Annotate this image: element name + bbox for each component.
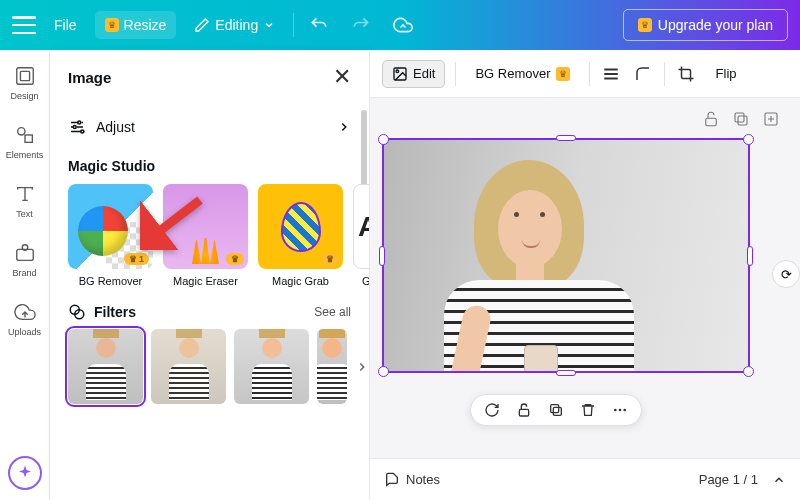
- sparkle-icon: [16, 464, 34, 482]
- bg-remover-button[interactable]: BG Remover ♛: [466, 61, 578, 86]
- svg-rect-18: [553, 407, 561, 415]
- resize-button[interactable]: ♛ Resize: [95, 11, 177, 39]
- crop-icon[interactable]: [675, 63, 697, 85]
- more-icon[interactable]: [611, 401, 629, 419]
- copy-icon[interactable]: [547, 401, 565, 419]
- crown-badge: ♛ 1: [124, 253, 149, 265]
- sidebar-item-label: Brand: [12, 268, 36, 278]
- card-label: Magic Eraser: [163, 275, 248, 287]
- svg-line-23: [148, 200, 200, 240]
- upgrade-label: Upgrade your plan: [658, 17, 773, 33]
- crown-icon: ♛: [556, 67, 570, 81]
- svg-rect-4: [16, 249, 33, 260]
- svg-rect-19: [551, 405, 559, 413]
- bg-remover-label: BG Remover: [475, 66, 550, 81]
- menu-icon[interactable]: [12, 16, 36, 34]
- photo-content: [384, 140, 748, 371]
- sync-icon[interactable]: ⟳: [772, 260, 800, 288]
- upgrade-button[interactable]: ♛ Upgrade your plan: [623, 9, 788, 41]
- sidebar-item-uploads[interactable]: Uploads: [0, 296, 49, 341]
- svg-point-6: [78, 121, 81, 124]
- magic-sparkle-button[interactable]: [8, 456, 42, 490]
- sidebar-item-label: Elements: [6, 150, 44, 160]
- shapes-icon: [13, 123, 37, 147]
- notes-button[interactable]: Notes: [384, 472, 440, 488]
- bottom-bar: Notes Page 1 / 1: [370, 458, 800, 500]
- filters-icon: [68, 303, 86, 321]
- panel-title: Image: [68, 69, 111, 86]
- resize-handle[interactable]: [378, 366, 389, 377]
- sliders-icon: [68, 118, 86, 136]
- resize-handle[interactable]: [747, 246, 753, 266]
- text-icon: [13, 182, 37, 206]
- svg-rect-17: [519, 409, 528, 416]
- page-controls: [702, 110, 780, 128]
- corner-icon[interactable]: [632, 63, 654, 85]
- adjust-row[interactable]: Adjust: [50, 104, 369, 150]
- sidebar-item-label: Text: [16, 209, 33, 219]
- magic-card-partial[interactable]: A Gr: [353, 184, 369, 287]
- svg-rect-0: [16, 68, 33, 85]
- card-label: Gr: [353, 275, 369, 287]
- svg-point-7: [73, 126, 76, 129]
- image-icon: [392, 66, 408, 82]
- notes-label: Notes: [406, 472, 440, 487]
- filters-next-icon[interactable]: [355, 360, 369, 374]
- sidebar-item-elements[interactable]: Elements: [0, 119, 49, 164]
- resize-handle[interactable]: [378, 134, 389, 145]
- scrollbar[interactable]: [361, 110, 367, 190]
- edit-image-button[interactable]: Edit: [382, 60, 445, 88]
- resize-handle[interactable]: [556, 370, 576, 376]
- crown-icon: ♛: [638, 18, 652, 32]
- filter-thumb[interactable]: [234, 329, 309, 404]
- resize-handle[interactable]: [743, 366, 754, 377]
- see-all-button[interactable]: See all: [314, 305, 351, 319]
- svg-rect-1: [20, 71, 29, 80]
- top-toolbar: File ♛ Resize Editing ♛ Upgrade your pla…: [0, 0, 800, 50]
- file-menu[interactable]: File: [44, 11, 87, 39]
- close-panel-button[interactable]: ✕: [333, 64, 351, 90]
- resize-handle[interactable]: [379, 246, 385, 266]
- undo-icon[interactable]: [308, 14, 330, 36]
- upload-icon: [13, 300, 37, 324]
- duplicate-icon[interactable]: [732, 110, 750, 128]
- svg-point-2: [17, 128, 24, 135]
- editing-label: Editing: [215, 17, 258, 33]
- template-icon: [13, 64, 37, 88]
- flip-button[interactable]: Flip: [707, 61, 746, 86]
- magic-grab-card[interactable]: ♛ Magic Grab: [258, 184, 343, 287]
- trash-icon[interactable]: [579, 401, 597, 419]
- svg-point-12: [396, 70, 399, 73]
- sidebar-item-text[interactable]: Text: [0, 178, 49, 223]
- chevron-right-icon: [337, 120, 351, 134]
- svg-point-21: [619, 409, 622, 412]
- floating-toolbar: [470, 394, 642, 426]
- svg-rect-15: [735, 113, 744, 122]
- filter-thumb-none[interactable]: [68, 329, 143, 404]
- editing-dropdown[interactable]: Editing: [184, 11, 285, 39]
- crown-badge: ♛: [321, 253, 339, 265]
- selected-image-frame[interactable]: [382, 138, 750, 373]
- filter-thumb[interactable]: [317, 329, 347, 404]
- redo-icon[interactable]: [350, 14, 372, 36]
- add-page-icon[interactable]: [762, 110, 780, 128]
- sidebar-item-label: Design: [10, 91, 38, 101]
- chevron-up-icon[interactable]: [772, 473, 786, 487]
- canvas-toolbar: Edit BG Remover ♛ Flip: [370, 50, 800, 98]
- filters-row: [50, 329, 369, 404]
- resize-handle[interactable]: [743, 134, 754, 145]
- resize-handle[interactable]: [556, 135, 576, 141]
- crown-badge: ♛: [226, 253, 244, 265]
- list-icon[interactable]: [600, 63, 622, 85]
- lock-icon[interactable]: [515, 401, 533, 419]
- lock-icon[interactable]: [702, 110, 720, 128]
- sidebar-item-brand[interactable]: Brand: [0, 237, 49, 282]
- brand-icon: [13, 241, 37, 265]
- filter-thumb[interactable]: [151, 329, 226, 404]
- svg-rect-3: [25, 135, 32, 142]
- regenerate-icon[interactable]: [483, 401, 501, 419]
- sidebar-item-design[interactable]: Design: [0, 60, 49, 105]
- cloud-sync-icon[interactable]: [392, 14, 414, 36]
- sidebar-item-label: Uploads: [8, 327, 41, 337]
- crown-icon: ♛: [105, 18, 119, 32]
